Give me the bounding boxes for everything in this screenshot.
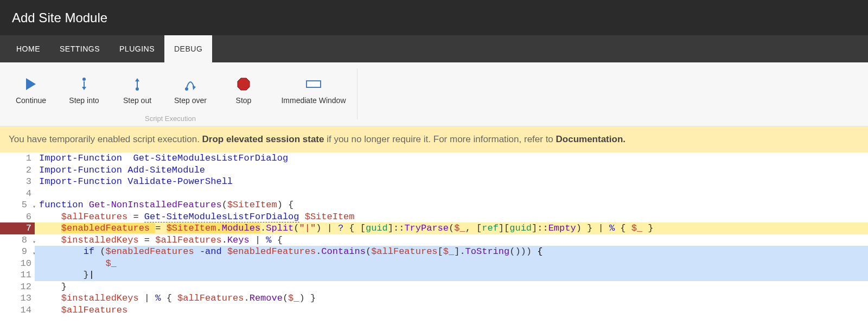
play-icon [24,72,38,96]
tab-settings[interactable]: SETTINGS [50,35,110,62]
stop-label: Stop [236,96,252,105]
tab-debug[interactable]: DEBUG [164,35,212,62]
code-line[interactable]: }| [35,269,868,281]
code-line[interactable]: if ($enabledFeatures -and $enabledFeatur… [35,246,868,258]
step-over-icon [183,72,197,96]
step-over-label: Step over [174,96,207,105]
line-number[interactable]: 2 [0,164,35,176]
line-number[interactable]: 7 [0,222,35,234]
code-line[interactable]: $_ [35,258,868,270]
code-editor[interactable]: 12345▾678▾9▾1011121314 Import-Function G… [0,152,868,316]
immediate-button[interactable]: Immediate Window [270,72,357,105]
line-number[interactable]: 13 [0,292,35,304]
line-number[interactable]: 11 [0,269,35,281]
stop-button[interactable]: Stop [217,72,270,105]
code-line[interactable] [35,188,868,200]
window-header: Add Site Module [0,0,868,35]
code-line[interactable]: function Get-NonInstalledFeatures($SiteI… [35,199,868,211]
code-line[interactable]: $installedKeys = $allFeatures.Keys | % { [35,234,868,246]
code-line[interactable]: $allFeatures = Get-SiteModulesListForDia… [35,211,868,223]
window-icon [306,72,321,96]
line-number-gutter: 12345▾678▾9▾1011121314 [0,152,35,316]
step-over-button[interactable]: Step over [164,72,217,105]
line-number[interactable]: 4 [0,188,35,200]
code-line[interactable]: Import-Function Get-SiteModulesListForDi… [35,152,868,164]
step-out-button[interactable]: Step out [111,72,164,105]
step-into-icon [77,72,91,96]
line-number[interactable]: 10 [0,258,35,270]
code-area[interactable]: Import-Function Get-SiteModulesListForDi… [35,152,868,316]
immediate-label: Immediate Window [281,96,346,105]
tab-bar: HOMESETTINGSPLUGINSDEBUG [0,35,868,62]
continue-label: Continue [16,96,46,105]
line-number[interactable]: 6 [0,211,35,223]
tab-plugins[interactable]: PLUGINS [110,35,164,62]
banner-link-docs[interactable]: Documentation. [556,134,626,144]
toolbar-separator [357,69,358,119]
toolbar-group-caption: Script Execution [116,114,225,123]
code-line[interactable]: } [35,281,868,293]
tab-home[interactable]: HOME [7,35,50,62]
line-number[interactable]: 5▾ [0,199,35,211]
stop-icon [237,72,251,96]
code-line[interactable]: $allFeatures [35,304,868,316]
banner-text-pre: You have temporarily enabled script exec… [9,134,202,144]
line-number[interactable]: 12 [0,281,35,293]
line-number[interactable]: 3 [0,176,35,188]
step-into-label: Step into [69,96,99,105]
code-line[interactable]: $enabledFeatures = $SiteItem.Modules.Spl… [35,222,868,234]
code-line[interactable]: Import-Function Add-SiteModule [35,164,868,176]
step-out-icon [130,72,144,96]
step-out-label: Step out [123,96,151,105]
banner-text-mid: if you no longer require it. For more in… [324,134,556,144]
debug-toolbar: ContinueStep intoStep outStep overStopIm… [0,62,868,126]
line-number[interactable]: 9▾ [0,246,35,258]
warning-banner: You have temporarily enabled script exec… [0,126,868,152]
code-line[interactable]: Import-Function Validate-PowerShell [35,176,868,188]
code-line[interactable]: $installedKeys | % { $allFeatures.Remove… [35,292,868,304]
line-number[interactable]: 8▾ [0,234,35,246]
step-into-button[interactable]: Step into [58,72,111,105]
line-number[interactable]: 1 [0,152,35,164]
page-title: Add Site Module [12,10,107,26]
line-number[interactable]: 14 [0,304,35,316]
banner-link-drop[interactable]: Drop elevated session state [202,134,324,144]
continue-button[interactable]: Continue [4,72,58,105]
